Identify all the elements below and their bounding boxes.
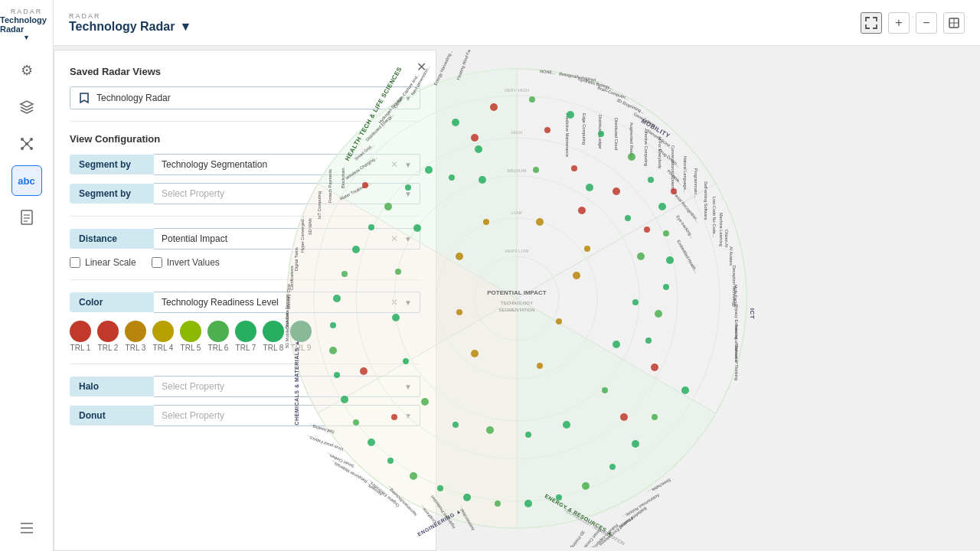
svg-text:Programmatic...: Programmatic...	[694, 168, 698, 198]
svg-text:Privacy Enhancing...: Privacy Enhancing...	[734, 305, 739, 344]
svg-line-8	[27, 144, 31, 148]
svg-point-123	[645, 337, 652, 344]
svg-text:Augmented Reality: Augmented Reality	[629, 122, 634, 158]
svg-point-174	[391, 414, 397, 420]
list-icon[interactable]	[11, 513, 42, 543]
top-bar: RADAR Technology Radar ▼ + −	[54, 0, 980, 46]
svg-text:AI For Everybody: AI For Everybody	[658, 136, 662, 169]
svg-text:VERY LOW: VERY LOW	[505, 249, 529, 253]
svg-point-177	[471, 134, 479, 142]
svg-text:Distributed Cloud: Distributed Cloud	[614, 118, 619, 150]
svg-point-160	[449, 174, 455, 181]
svg-point-118	[658, 203, 666, 210]
svg-text:Fintech Payments: Fintech Payments	[328, 169, 332, 203]
file-icon[interactable]	[11, 202, 42, 233]
svg-point-173	[620, 413, 628, 421]
zoom-out-button[interactable]: −	[916, 12, 937, 34]
svg-text:Machine Learning: Machine Learning	[719, 213, 724, 246]
svg-point-151	[586, 184, 593, 191]
svg-point-131	[495, 500, 501, 507]
collapse-button[interactable]	[861, 12, 882, 34]
svg-point-179	[578, 207, 586, 214]
svg-point-153	[637, 253, 645, 260]
svg-line-5	[22, 139, 27, 144]
radar-visualization: VERY LOW LOW MEDIUM HIGH VERY HIGH POTEN…	[54, 46, 980, 551]
svg-point-137	[353, 419, 359, 425]
svg-text:ICT: ICT	[749, 308, 756, 319]
svg-point-150	[533, 167, 539, 173]
svg-point-180	[584, 246, 590, 252]
svg-text:Digital Twins: Digital Twins	[294, 247, 299, 271]
svg-point-187	[471, 350, 479, 357]
svg-text:Natural Language...: Natural Language...	[683, 156, 688, 194]
app-label: RADAR	[11, 8, 43, 15]
svg-point-157	[563, 421, 570, 429]
svg-point-132	[463, 494, 471, 501]
svg-text:IoT Computing: IoT Computing	[317, 191, 322, 219]
svg-line-6	[27, 139, 31, 144]
svg-point-116	[628, 153, 635, 161]
svg-text:Blockchain: Blockchain	[341, 168, 345, 188]
svg-point-161	[413, 224, 421, 232]
app-logo: RADAR Technology Radar ▼	[0, 8, 53, 41]
svg-point-134	[410, 472, 417, 480]
svg-text:SEGMENTATION: SEGMENTATION	[498, 308, 534, 312]
svg-text:Deception Technology: Deception Technology	[732, 266, 737, 307]
svg-point-135	[387, 458, 394, 464]
svg-point-147	[405, 184, 411, 191]
svg-point-115	[598, 131, 604, 137]
svg-point-111	[452, 119, 459, 126]
page-title-area: RADAR Technology Radar ▼	[69, 12, 191, 34]
fit-button[interactable]	[943, 12, 965, 34]
svg-text:Low-Code No-Code...: Low-Code No-Code...	[712, 197, 717, 238]
svg-point-184	[483, 219, 489, 225]
layers-icon[interactable]	[11, 92, 42, 122]
main-content: RADAR Technology Radar ▼ + −	[54, 0, 980, 551]
zoom-in-button[interactable]: +	[888, 12, 910, 34]
svg-text:POTENTIAL IMPACT: POTENTIAL IMPACT	[487, 289, 547, 296]
svg-point-146	[384, 203, 392, 210]
svg-point-148	[425, 166, 433, 174]
svg-text:Predictive Maintenance: Predictive Maintenance	[565, 113, 570, 157]
svg-point-129	[556, 494, 562, 500]
network-icon[interactable]	[11, 129, 42, 159]
svg-text:Affective Computing: Affective Computing	[644, 129, 648, 166]
svg-point-112	[475, 145, 482, 153]
svg-point-133	[437, 485, 443, 491]
svg-text:AI Avatars: AI Avatars	[729, 246, 733, 266]
svg-text:Self-writing Software: Self-writing Software	[704, 181, 708, 220]
radar-label: RADAR	[69, 12, 191, 20]
svg-point-154	[632, 299, 639, 305]
svg-point-167	[490, 103, 498, 111]
svg-point-127	[609, 464, 616, 470]
svg-point-117	[648, 177, 654, 183]
svg-point-119	[663, 230, 669, 236]
svg-point-165	[421, 398, 429, 406]
svg-point-130	[524, 500, 532, 507]
svg-point-155	[612, 341, 620, 348]
svg-point-170	[644, 227, 650, 233]
svg-line-7	[22, 144, 27, 148]
svg-point-113	[529, 96, 535, 103]
svg-point-140	[329, 347, 337, 354]
svg-point-138	[341, 396, 348, 403]
svg-point-142	[333, 295, 341, 302]
svg-point-152	[625, 215, 631, 221]
svg-point-159	[486, 426, 494, 434]
text-icon[interactable]: abc	[11, 165, 42, 196]
radar-svg: VERY LOW LOW MEDIUM HIGH VERY HIGH POTEN…	[256, 50, 777, 547]
title-dropdown: ▼	[23, 34, 30, 41]
svg-point-156	[602, 387, 608, 393]
svg-point-120	[666, 256, 674, 264]
svg-point-141	[330, 322, 336, 328]
svg-point-144	[352, 246, 360, 253]
gear-icon[interactable]: ⚙	[11, 55, 42, 86]
svg-text:Hyper Converged...: Hyper Converged...	[300, 216, 305, 253]
svg-text:Citizen AI: Citizen AI	[724, 230, 729, 248]
svg-point-171	[651, 364, 658, 371]
svg-text:3D Printing...: 3D Printing...	[568, 530, 586, 547]
svg-point-175	[360, 367, 368, 375]
svg-point-164	[403, 358, 409, 364]
svg-point-186	[456, 309, 462, 315]
svg-point-172	[671, 188, 677, 194]
